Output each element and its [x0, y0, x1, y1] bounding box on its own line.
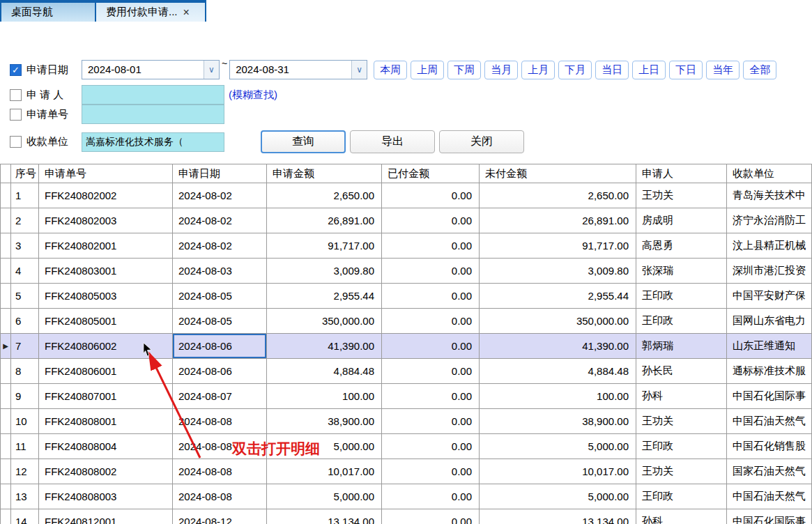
cell-seq[interactable]: 6 [11, 309, 39, 334]
cell-payee[interactable]: 中国石化销售股 [727, 434, 812, 459]
cell-date[interactable]: 2024-08-08 [173, 409, 267, 434]
cell-applicant[interactable]: 孙长民 [636, 359, 727, 384]
table-row[interactable]: 4FFK2408030012024-08-033,009.800.003,009… [1, 259, 812, 284]
column-header[interactable]: 申请单号 [39, 164, 173, 183]
cell-applicant[interactable]: 郭炳瑞 [636, 334, 727, 359]
cell-applicant[interactable]: 王印政 [636, 484, 727, 509]
cell-applicant[interactable]: 孙科 [636, 384, 727, 409]
cell-date[interactable]: 2024-08-12 [173, 509, 267, 524]
table-row[interactable]: 5FFK2408050032024-08-052,955.440.002,955… [1, 284, 812, 309]
cell-unpaid[interactable]: 5,000.00 [480, 484, 636, 509]
cell-amount[interactable]: 38,900.00 [267, 409, 382, 434]
quick-link[interactable]: 下周 [447, 61, 481, 79]
cell-paid[interactable]: 0.00 [382, 459, 480, 484]
cell-unpaid[interactable]: 13,134.00 [480, 509, 636, 524]
chevron-down-icon[interactable]: ∨ [204, 61, 219, 79]
quick-link[interactable]: 下日 [669, 61, 703, 79]
column-header[interactable]: 已付金额 [382, 164, 480, 183]
cell-amount[interactable]: 5,000.00 [267, 434, 382, 459]
cell-payee[interactable]: 国网山东省电力 [727, 309, 812, 334]
cell-unpaid[interactable]: 26,891.00 [480, 208, 636, 233]
cell-payee[interactable]: 通标标准技术服 [727, 359, 812, 384]
table-row[interactable]: 10FFK2408080012024-08-0838,900.000.0038,… [1, 409, 812, 434]
cell-amount[interactable]: 91,717.00 [267, 233, 382, 259]
close-button[interactable]: 关闭 [439, 130, 524, 153]
cell-order_no[interactable]: FFK240803001 [39, 259, 173, 284]
cell-seq[interactable]: 1 [11, 183, 39, 208]
cell-seq[interactable]: 10 [11, 409, 39, 434]
cell-payee[interactable]: 中国石化国际事 [727, 384, 812, 409]
quick-link[interactable]: 上月 [521, 61, 555, 79]
cell-amount[interactable]: 5,000.00 [267, 484, 382, 509]
export-button[interactable]: 导出 [350, 130, 435, 153]
quick-link[interactable]: 本周 [374, 61, 407, 79]
column-header[interactable]: 申请金额 [267, 164, 382, 183]
cell-amount[interactable]: 26,891.00 [267, 208, 382, 233]
cell-payee[interactable]: 中国平安财产保 [727, 284, 812, 309]
cell-payee[interactable]: 深圳市港汇投资 [727, 259, 812, 284]
cell-payee[interactable]: 山东正维通知 [727, 334, 812, 359]
cell-paid[interactable]: 0.00 [382, 183, 480, 208]
column-header[interactable]: 申请日期 [173, 164, 267, 183]
cell-date[interactable]: 2024-08-02 [173, 233, 267, 259]
column-header[interactable]: 序号 [11, 164, 39, 183]
cell-unpaid[interactable]: 38,900.00 [480, 409, 636, 434]
payee-input[interactable] [82, 132, 224, 152]
cell-amount[interactable]: 3,009.80 [267, 259, 382, 284]
cell-date[interactable]: 2024-08-08 [173, 434, 267, 459]
cell-amount[interactable]: 2,955.44 [267, 284, 382, 309]
cell-unpaid[interactable]: 4,884.48 [480, 359, 636, 384]
cell-order_no[interactable]: FFK240807001 [39, 384, 173, 409]
column-header[interactable]: 未付金额 [480, 164, 636, 183]
applicant-checkbox[interactable] [10, 89, 22, 101]
cell-seq[interactable]: 4 [11, 259, 39, 284]
tab-fee-payment[interactable]: 费用付款申请... × [96, 3, 206, 22]
table-row[interactable]: 9FFK2408070012024-08-07100.000.00100.00孙… [1, 384, 812, 409]
cell-date[interactable]: 2024-08-05 [173, 309, 267, 334]
cell-amount[interactable]: 2,650.00 [267, 183, 382, 208]
cell-seq[interactable]: 3 [11, 233, 39, 259]
cell-applicant[interactable]: 高恩勇 [636, 233, 727, 259]
cell-paid[interactable]: 0.00 [382, 359, 480, 384]
cell-seq[interactable]: 9 [11, 384, 39, 409]
cell-seq[interactable]: 11 [11, 434, 39, 459]
cell-amount[interactable]: 4,884.48 [267, 359, 382, 384]
chevron-down-icon[interactable]: ∨ [351, 61, 367, 79]
cell-unpaid[interactable]: 41,390.00 [480, 334, 636, 359]
cell-amount[interactable]: 41,390.00 [267, 334, 382, 359]
cell-applicant[interactable]: 王功关 [636, 409, 727, 434]
cell-seq[interactable]: 8 [11, 359, 39, 384]
cell-seq[interactable]: 5 [11, 284, 39, 309]
table-row[interactable]: 8FFK2408060012024-08-064,884.480.004,884… [1, 359, 812, 384]
cell-order_no[interactable]: FFK240802002 [39, 183, 173, 208]
cell-applicant[interactable]: 王功关 [636, 183, 727, 208]
cell-seq[interactable]: 7 [11, 334, 39, 359]
cell-payee[interactable]: 济宁永治消防工 [727, 208, 812, 233]
cell-order_no[interactable]: FFK240808003 [39, 484, 173, 509]
cell-order_no[interactable]: FFK240808002 [39, 459, 173, 484]
quick-link[interactable]: 上周 [411, 61, 444, 79]
cell-payee[interactable]: 中国石化国际事 [727, 509, 812, 524]
cell-date[interactable]: 2024-08-08 [173, 484, 267, 509]
table-row[interactable]: 1FFK2408020022024-08-022,650.000.002,650… [1, 183, 812, 208]
date-to-select[interactable]: 2024-08-31 ∨ [229, 60, 367, 79]
cell-order_no[interactable]: FFK240808004 [39, 434, 173, 459]
cell-payee[interactable]: 中国石油天然气 [727, 409, 812, 434]
cell-applicant[interactable]: 王功关 [636, 459, 727, 484]
table-row[interactable]: 6FFK2408050012024-08-05350,000.000.00350… [1, 309, 812, 334]
cell-paid[interactable]: 0.00 [382, 384, 480, 409]
table-row[interactable]: ▶7FFK2408060022024-08-0641,390.000.0041,… [1, 334, 812, 359]
cell-date[interactable]: 2024-08-08 [173, 459, 267, 484]
cell-applicant[interactable]: 王印政 [636, 309, 727, 334]
cell-payee[interactable]: 青岛海关技术中 [727, 183, 812, 208]
cell-amount[interactable]: 13,134.00 [267, 509, 382, 524]
cell-order_no[interactable]: FFK240806001 [39, 359, 173, 384]
quick-link[interactable]: 上日 [632, 61, 666, 79]
cell-unpaid[interactable]: 350,000.00 [480, 309, 636, 334]
table-row[interactable]: 3FFK2408020012024-08-0291,717.000.0091,7… [1, 233, 812, 259]
cell-date[interactable]: 2024-08-06 [173, 359, 267, 384]
cell-order_no[interactable]: FFK240806002 [39, 334, 173, 359]
cell-payee[interactable]: 汶上县精正机械 [727, 233, 812, 259]
cell-order_no[interactable]: FFK240802003 [39, 208, 173, 233]
cell-date[interactable]: 2024-08-02 [173, 183, 267, 208]
